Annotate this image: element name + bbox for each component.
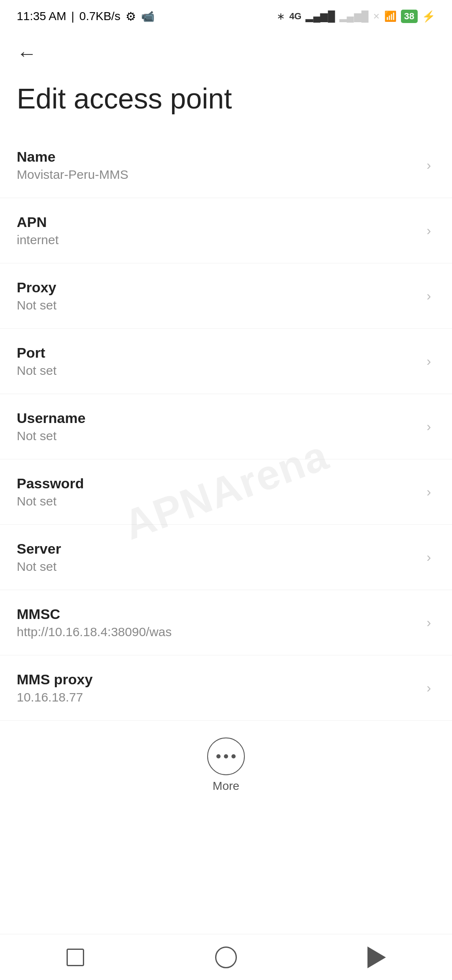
dot3	[231, 754, 236, 758]
signal-bars2-icon: ▂▄▆█	[339, 10, 369, 22]
settings-item-port[interactable]: PortNot set›	[0, 329, 452, 394]
chevron-right-icon: ›	[426, 549, 431, 565]
back-button[interactable]: ←	[0, 29, 452, 73]
settings-item-label: Name	[17, 149, 418, 165]
settings-item-value: Not set	[17, 429, 418, 443]
settings-item-text: ProxyNot set	[17, 279, 418, 312]
nav-back-button[interactable]	[360, 941, 393, 974]
more-button[interactable]: More	[207, 738, 245, 793]
settings-item-text: APNinternet	[17, 214, 418, 247]
settings-item-value: Not set	[17, 494, 418, 508]
settings-item-text: UsernameNot set	[17, 410, 418, 443]
back-arrow-icon: ←	[17, 42, 37, 64]
settings-item-value: Not set	[17, 298, 418, 312]
settings-item-mms-proxy[interactable]: MMS proxy10.16.18.77›	[0, 655, 452, 721]
battery-indicator: 38	[401, 10, 418, 23]
charging-icon: ⚡	[422, 10, 435, 23]
settings-item-username[interactable]: UsernameNot set›	[0, 394, 452, 459]
signal-bars-icon: ▂▄▆█	[306, 10, 335, 22]
signal-cross-icon: ✕	[373, 11, 380, 21]
dot1	[216, 754, 221, 758]
settings-item-label: MMS proxy	[17, 671, 418, 688]
video-icon: 📹	[141, 10, 154, 23]
settings-item-mmsc[interactable]: MMSChttp://10.16.18.4:38090/was›	[0, 590, 452, 655]
chevron-right-icon: ›	[426, 353, 431, 369]
nav-recents-button[interactable]	[59, 941, 92, 974]
settings-item-label: APN	[17, 214, 418, 230]
chevron-right-icon: ›	[426, 419, 431, 434]
more-dots-icon	[216, 754, 236, 758]
nav-bar	[0, 934, 452, 980]
settings-item-apn[interactable]: APNinternet›	[0, 198, 452, 263]
settings-item-text: PortNot set	[17, 345, 418, 378]
more-circle-icon	[207, 738, 245, 775]
settings-item-label: Username	[17, 410, 418, 426]
settings-item-password[interactable]: PasswordNot set›	[0, 459, 452, 525]
settings-icon: ⚙	[126, 10, 136, 23]
settings-item-name[interactable]: NameMovistar-Peru-MMS›	[0, 133, 452, 198]
settings-item-value: Not set	[17, 364, 418, 378]
settings-item-text: NameMovistar-Peru-MMS	[17, 149, 418, 182]
settings-item-value: 10.16.18.77	[17, 690, 418, 704]
page-title: Edit access point	[0, 73, 452, 133]
chevron-right-icon: ›	[426, 157, 431, 173]
nav-recents-icon	[67, 949, 84, 966]
settings-item-text: MMS proxy10.16.18.77	[17, 671, 418, 704]
chevron-right-icon: ›	[426, 288, 431, 304]
settings-item-label: Port	[17, 345, 418, 361]
settings-item-label: Password	[17, 475, 418, 492]
settings-list: NameMovistar-Peru-MMS›APNinternet›ProxyN…	[0, 133, 452, 721]
more-section: More	[0, 721, 452, 805]
chevron-right-icon: ›	[426, 223, 431, 238]
wifi-icon: 📶	[384, 10, 397, 22]
chevron-right-icon: ›	[426, 680, 431, 696]
settings-item-server[interactable]: ServerNot set›	[0, 525, 452, 590]
settings-item-label: Server	[17, 541, 418, 557]
settings-item-text: PasswordNot set	[17, 475, 418, 508]
settings-item-text: ServerNot set	[17, 541, 418, 574]
settings-item-value: http://10.16.18.4:38090/was	[17, 625, 418, 639]
status-separator: |	[71, 10, 74, 23]
nav-home-icon	[215, 946, 237, 968]
settings-item-text: MMSChttp://10.16.18.4:38090/was	[17, 606, 418, 639]
status-left: 11:35 AM | 0.7KB/s ⚙ 📹	[17, 10, 154, 23]
chevron-right-icon: ›	[426, 484, 431, 500]
settings-item-proxy[interactable]: ProxyNot set›	[0, 263, 452, 329]
settings-item-label: MMSC	[17, 606, 418, 622]
dot2	[224, 754, 228, 758]
chevron-right-icon: ›	[426, 615, 431, 630]
settings-item-value: internet	[17, 233, 418, 247]
battery-level: 38	[404, 11, 414, 22]
settings-item-label: Proxy	[17, 279, 418, 296]
settings-item-value: Movistar-Peru-MMS	[17, 168, 418, 182]
more-label: More	[213, 779, 239, 793]
nav-home-button[interactable]	[209, 941, 243, 974]
nav-back-icon	[367, 946, 386, 968]
settings-item-value: Not set	[17, 560, 418, 574]
status-bar: 11:35 AM | 0.7KB/s ⚙ 📹 ∗ 4G ▂▄▆█ ▂▄▆█ ✕ …	[0, 0, 452, 29]
status-speed: 0.7KB/s	[80, 10, 121, 23]
status-time: 11:35 AM	[17, 10, 66, 23]
signal-4g-icon: 4G	[289, 11, 301, 22]
bluetooth-icon: ∗	[277, 10, 285, 22]
status-right: ∗ 4G ▂▄▆█ ▂▄▆█ ✕ 📶 38 ⚡	[277, 10, 435, 23]
